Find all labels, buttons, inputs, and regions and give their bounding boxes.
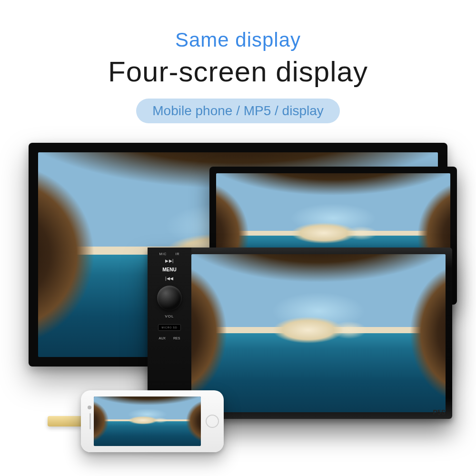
cave-scene-image xyxy=(94,397,201,446)
mic-label: MIC xyxy=(159,252,167,256)
prev-track-button[interactable]: |◀◀ xyxy=(165,276,174,281)
cave-scene-image xyxy=(191,254,446,412)
volume-label: VOL xyxy=(165,314,174,318)
aux-label: AUX xyxy=(159,337,166,340)
microsd-slot[interactable]: MICRO SD xyxy=(158,324,181,331)
phone-screen[interactable] xyxy=(94,397,201,446)
ir-label: IR xyxy=(175,252,179,256)
header: Same display Four-screen display Mobile … xyxy=(0,0,476,123)
home-button[interactable] xyxy=(206,415,219,428)
phone-connector-plug xyxy=(48,416,81,426)
model-badge: P5S xyxy=(433,408,446,416)
device-stage: MIC IR ▶▶| MENU |◀◀ VOL MICRO SD AUX RES… xyxy=(0,138,476,462)
volume-knob[interactable] xyxy=(157,286,182,310)
res-label: RES xyxy=(173,337,180,340)
front-camera-icon xyxy=(88,406,91,409)
mobile-phone xyxy=(48,390,228,452)
menu-button[interactable]: MENU xyxy=(162,267,176,272)
next-track-button[interactable]: ▶▶| xyxy=(165,258,174,263)
title-text: Four-screen display xyxy=(0,55,476,88)
phone-body xyxy=(81,390,224,452)
phone-speaker xyxy=(89,413,91,429)
device-list-pill: Mobile phone / MP5 / display xyxy=(136,99,340,123)
headunit-screen[interactable] xyxy=(191,254,446,412)
subtitle-text: Same display xyxy=(0,29,476,51)
